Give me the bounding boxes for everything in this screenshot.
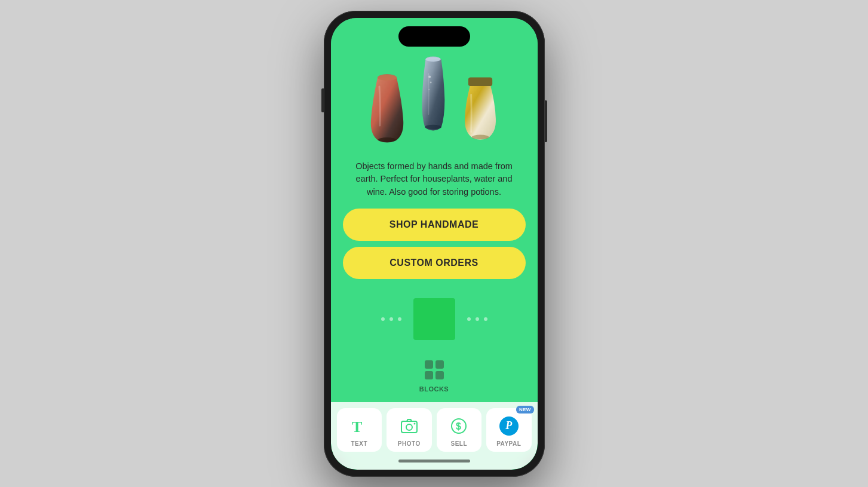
vase-left <box>366 66 408 143</box>
svg-text:T: T <box>352 418 362 434</box>
block-section <box>331 279 538 348</box>
vase-center <box>414 48 453 137</box>
blocks-icon <box>421 357 447 383</box>
dot <box>398 317 401 321</box>
dot-group-left <box>381 317 401 321</box>
dot <box>389 317 393 321</box>
blocks-icon-area: BLOCKS <box>331 348 538 397</box>
paypal-p-icon: P <box>499 416 519 436</box>
svg-point-7 <box>430 81 432 83</box>
dot-group-right <box>467 317 487 321</box>
svg-point-4 <box>425 124 441 129</box>
svg-point-10 <box>472 134 489 139</box>
green-square-container <box>343 298 526 340</box>
svg-point-17 <box>406 424 412 430</box>
shop-handmade-button[interactable]: SHOP HANDMADE <box>343 209 526 241</box>
new-badge: NEW <box>516 406 534 414</box>
vase-right <box>459 72 502 143</box>
svg-rect-14 <box>435 371 444 379</box>
blocks-section: BLOCKS <box>331 348 538 402</box>
svg-point-2 <box>378 75 397 81</box>
dot <box>467 317 471 321</box>
description-area: Objects formed by hands and made from ea… <box>331 149 538 209</box>
buttons-area: SHOP HANDMADE CUSTOM ORDERS <box>331 209 538 279</box>
sell-label: SELL <box>450 440 467 447</box>
home-indicator <box>398 460 470 463</box>
photo-label: PHOTO <box>398 440 421 447</box>
tool-sell[interactable]: $ SELL <box>437 408 482 452</box>
tool-text[interactable]: T TEXT <box>337 408 382 452</box>
svg-point-1 <box>378 137 396 142</box>
svg-rect-9 <box>468 77 492 85</box>
svg-point-5 <box>425 57 440 62</box>
svg-point-18 <box>413 422 415 424</box>
dot <box>484 317 487 321</box>
screen-content: Objects formed by hands and made from ea… <box>331 18 538 470</box>
dynamic-island <box>398 26 470 47</box>
tool-paypal[interactable]: NEW P PAYPAL <box>486 408 532 452</box>
dot <box>381 317 385 321</box>
dot <box>476 317 479 321</box>
svg-rect-13 <box>425 371 433 379</box>
text-label: TEXT <box>351 440 367 447</box>
tool-photo[interactable]: PHOTO <box>387 408 432 452</box>
svg-text:$: $ <box>456 421 461 431</box>
custom-orders-button[interactable]: CUSTOM ORDERS <box>343 247 526 279</box>
green-square[interactable] <box>413 298 455 340</box>
sell-icon: $ <box>448 415 470 437</box>
paypal-icon: P <box>498 415 520 437</box>
photo-icon <box>398 415 420 437</box>
phone-frame: Objects formed by hands and made from ea… <box>324 11 545 477</box>
phone-screen: Objects formed by hands and made from ea… <box>331 18 538 470</box>
svg-rect-12 <box>435 360 444 369</box>
text-icon: T <box>348 415 370 437</box>
description-text: Objects formed by hands and made from ea… <box>349 160 520 199</box>
blocks-label: BLOCKS <box>419 385 449 393</box>
paypal-label: PAYPAL <box>496 440 521 447</box>
svg-rect-11 <box>425 360 433 369</box>
